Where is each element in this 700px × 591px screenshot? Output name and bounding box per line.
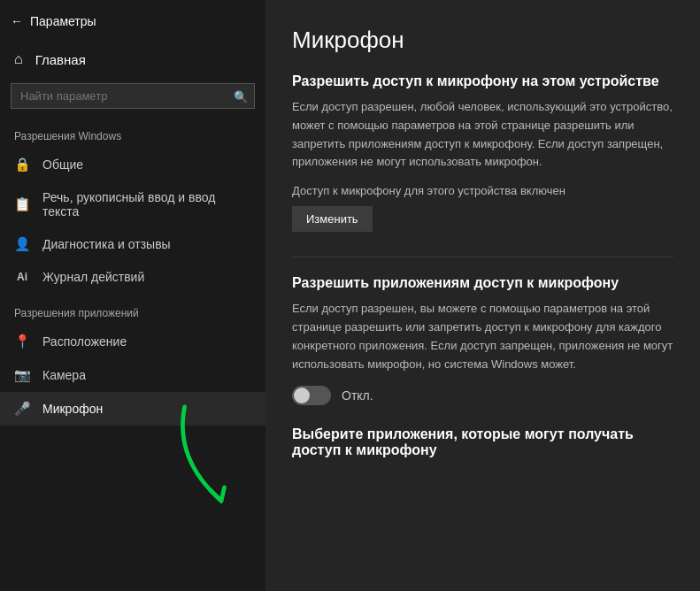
microphone-apps-toggle[interactable] [292, 386, 331, 405]
main-content: Микрофон Разрешить доступ к микрофону на… [265, 0, 700, 591]
sidebar: ← Параметры ⌂ Главная 🔍 Разрешения Windo… [0, 0, 265, 591]
sidebar-search-container: 🔍 [0, 76, 265, 116]
sidebar-item-speech-label: Речь, рукописный ввод и ввод текста [42, 190, 251, 219]
section2-desc: Если доступ разрешен, вы можете с помощь… [292, 300, 673, 373]
toggle-label: Откл. [342, 388, 373, 403]
sidebar-item-location-label: Расположение [42, 334, 127, 349]
speech-icon: 📋 [14, 196, 30, 212]
sidebar-item-camera-label: Камера [42, 368, 86, 382]
sidebar-item-speech[interactable]: 📋 Речь, рукописный ввод и ввод текста [0, 181, 265, 227]
lock-icon: 🔒 [14, 157, 30, 173]
sidebar-item-activity-label: Журнал действий [42, 270, 144, 284]
section3-title: Выберите приложения, которые могут получ… [292, 426, 673, 458]
sidebar-item-camera[interactable]: 📷 Камера [0, 358, 265, 392]
search-input[interactable] [11, 83, 255, 109]
sidebar-item-general-label: Общие [42, 157, 83, 172]
microphone-icon: 🎤 [14, 401, 30, 417]
activity-icon: Ai [14, 271, 30, 283]
back-arrow-icon: ← [11, 14, 23, 28]
page-title: Микрофон [292, 27, 673, 54]
back-button[interactable]: ← [11, 11, 30, 32]
sidebar-title: Параметры [30, 14, 96, 28]
sidebar-item-microphone-label: Микрофон [42, 402, 103, 416]
sidebar-item-location[interactable]: 📍 Расположение [0, 325, 265, 358]
sidebar-item-general[interactable]: 🔒 Общие [0, 148, 265, 181]
toggle-row: Откл. [292, 386, 673, 405]
sidebar-item-activity[interactable]: Ai Журнал действий [0, 261, 265, 293]
change-button[interactable]: Изменить [292, 206, 373, 232]
section-divider [292, 257, 673, 257]
sidebar-item-microphone[interactable]: 🎤 Микрофон [0, 392, 265, 426]
diagnostics-icon: 👤 [14, 236, 30, 252]
sidebar-item-diagnostics[interactable]: 👤 Диагностика и отзывы [0, 227, 265, 261]
search-icon: 🔍 [234, 89, 248, 103]
apps-permissions-label: Разрешения приложений [0, 293, 265, 325]
sidebar-item-diagnostics-label: Диагностика и отзывы [42, 237, 171, 251]
home-icon: ⌂ [14, 51, 23, 67]
access-status-text: Доступ к микрофону для этого устройства … [292, 184, 673, 197]
windows-permissions-label: Разрешения Windows [0, 116, 265, 148]
sidebar-home-item[interactable]: ⌂ Главная [0, 42, 265, 76]
home-label: Главная [35, 52, 86, 67]
toggle-knob [294, 388, 310, 403]
section1-title: Разрешить доступ к микрофону на этом уст… [292, 73, 673, 89]
section2-title: Разрешить приложениям доступ к микрофону [292, 275, 673, 291]
camera-icon: 📷 [14, 367, 30, 383]
location-icon: 📍 [14, 334, 30, 349]
sidebar-header: ← Параметры [0, 0, 265, 42]
section1-desc: Если доступ разрешен, любой человек, исп… [292, 98, 673, 172]
